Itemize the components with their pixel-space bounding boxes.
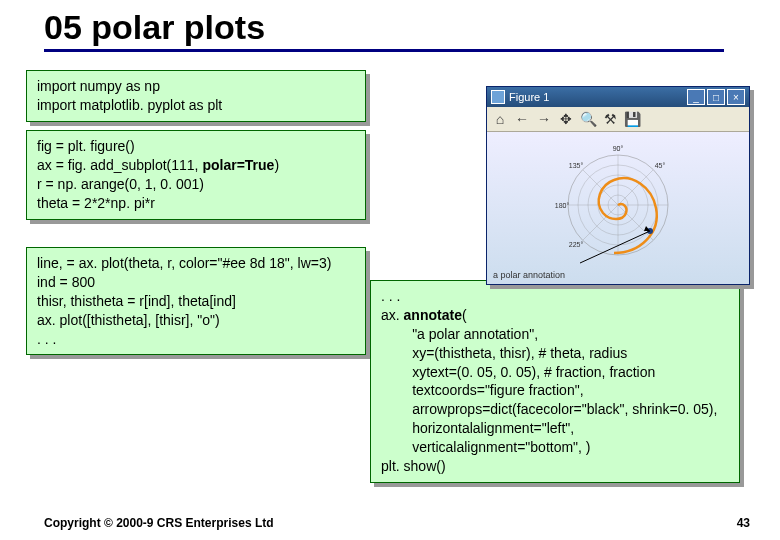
slide-title: 05 polar plots — [44, 8, 724, 52]
figure-window: Figure 1 _ □ × ⌂ ← → ✥ 🔍 ⚒ 💾 — [486, 86, 750, 285]
config-icon[interactable]: ⚒ — [601, 110, 619, 128]
code-line: import matplotlib. pyplot as plt — [37, 97, 222, 113]
code-box-annotate: . . . ax. annotate( "a polar annotation"… — [370, 280, 740, 483]
code-line: . . . — [37, 331, 56, 347]
save-icon[interactable]: 💾 — [623, 110, 641, 128]
code-line: ax. plot([thistheta], [thisr], "o") — [37, 312, 220, 328]
code-line: horizontalalignment="left", — [381, 420, 574, 436]
code-line: fig = plt. figure() — [37, 138, 135, 154]
minimize-icon[interactable]: _ — [687, 89, 705, 105]
figure-titlebar: Figure 1 _ □ × — [487, 87, 749, 107]
code-line: plt. show() — [381, 458, 446, 474]
code-line: verticalalignment="bottom", ) — [381, 439, 591, 455]
figure-toolbar: ⌂ ← → ✥ 🔍 ⚒ 💾 — [487, 107, 749, 132]
figure-title-text: Figure 1 — [509, 91, 549, 103]
code-line: arrowprops=dict(facecolor="black", shrin… — [381, 401, 717, 417]
svg-text:135°: 135° — [569, 162, 584, 169]
code-line: textcoords="figure fraction", — [381, 382, 584, 398]
polar-plot: 90° 135° 45° 180° 225° a polar annotatio… — [487, 132, 749, 284]
figure-icon — [491, 90, 505, 104]
back-icon[interactable]: ← — [513, 110, 531, 128]
svg-text:90°: 90° — [613, 145, 624, 152]
zoom-icon[interactable]: 🔍 — [579, 110, 597, 128]
home-icon[interactable]: ⌂ — [491, 110, 509, 128]
code-box-imports: import numpy as np import matplotlib. py… — [26, 70, 366, 122]
page-number: 43 — [737, 516, 750, 530]
code-line: thisr, thistheta = r[ind], theta[ind] — [37, 293, 236, 309]
maximize-icon[interactable]: □ — [707, 89, 725, 105]
code-box-plot: line, = ax. plot(theta, r, color="#ee 8d… — [26, 247, 366, 355]
svg-text:225°: 225° — [569, 241, 584, 248]
copyright-text: Copyright © 2000-9 CRS Enterprises Ltd — [44, 516, 274, 530]
code-line: r = np. arange(0, 1, 0. 001) — [37, 176, 204, 192]
close-icon[interactable]: × — [727, 89, 745, 105]
code-line: ax = fig. add_subplot(111, polar=True) — [37, 157, 279, 173]
code-line: "a polar annotation", — [381, 326, 538, 342]
plot-caption: a polar annotation — [493, 270, 565, 280]
code-line: ind = 800 — [37, 274, 95, 290]
svg-text:45°: 45° — [655, 162, 666, 169]
pan-icon[interactable]: ✥ — [557, 110, 575, 128]
code-line: import numpy as np — [37, 78, 160, 94]
code-line: xy=(thistheta, thisr), # theta, radius — [381, 345, 627, 361]
svg-text:180°: 180° — [555, 202, 570, 209]
code-line: theta = 2*2*np. pi*r — [37, 195, 155, 211]
forward-icon[interactable]: → — [535, 110, 553, 128]
code-box-setup: fig = plt. figure() ax = fig. add_subplo… — [26, 130, 366, 220]
code-line: . . . — [381, 288, 400, 304]
code-line: line, = ax. plot(theta, r, color="#ee 8d… — [37, 255, 331, 271]
code-line: ax. annotate( — [381, 307, 467, 323]
code-line: xytext=(0. 05, 0. 05), # fraction, fract… — [381, 364, 655, 380]
